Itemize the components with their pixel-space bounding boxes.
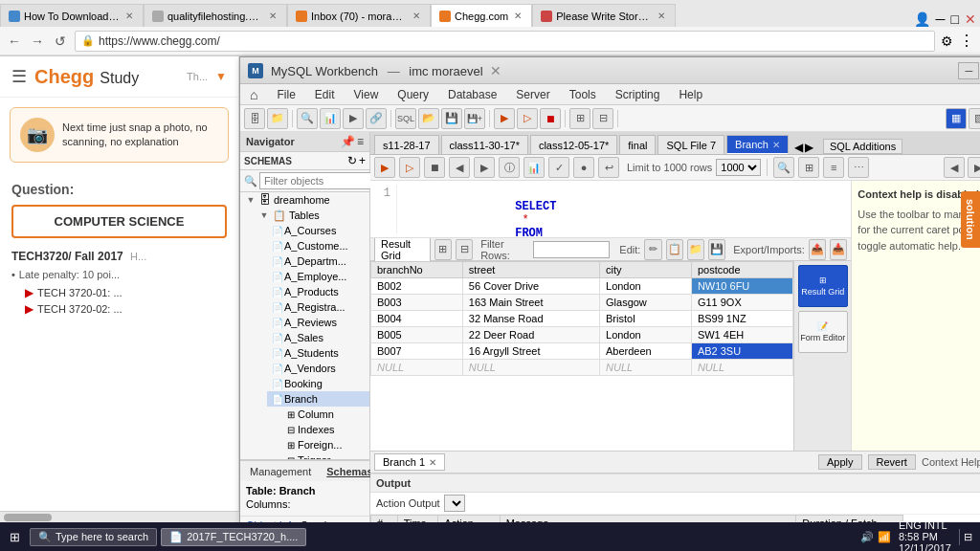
menu-scripting[interactable]: Scripting — [612, 87, 664, 102]
table-a-courses[interactable]: 📄 A_Courses — [267, 223, 369, 238]
menu-query[interactable]: Query — [393, 87, 433, 102]
search-btn[interactable]: 🔍 — [773, 157, 794, 178]
apply-btn[interactable]: Apply — [818, 454, 862, 470]
result-grid-tab[interactable]: Result Grid — [374, 238, 431, 264]
cell-postcode-1[interactable]: NW10 6FU — [691, 278, 792, 295]
menu-server[interactable]: Server — [512, 87, 553, 102]
menu-view[interactable]: View — [350, 87, 383, 102]
cell-street-3[interactable]: 32 Manse Road — [462, 311, 599, 327]
limit-select[interactable]: 1000 — [716, 159, 761, 176]
columns-node[interactable]: ⊞ Column — [280, 407, 369, 422]
table-a-vendors[interactable]: 📄 A_Vendors — [267, 361, 369, 376]
minimize-btn[interactable]: ─ — [936, 11, 946, 27]
forward-button[interactable]: → — [29, 33, 46, 50]
menu-help[interactable]: Help — [675, 87, 706, 102]
browser-tab-2[interactable]: qualityfilehosting.com ✕ — [144, 4, 287, 27]
cell-street-2[interactable]: 163 Main Street — [462, 295, 599, 311]
tab-close-1[interactable]: ✕ — [123, 11, 135, 21]
expand-icon[interactable]: ▼ — [244, 193, 257, 207]
revert-btn[interactable]: Revert — [868, 454, 916, 470]
triggers-node[interactable]: ⊟ Trigger... — [280, 452, 369, 459]
tables-expand-icon[interactable]: ▼ — [257, 209, 271, 222]
edit-btn-2[interactable]: 📋 — [666, 239, 683, 260]
table-a-departm[interactable]: 📄 A_Departm... — [267, 253, 369, 269]
table-a-students[interactable]: 📄 A_Students — [267, 345, 369, 361]
windows-start-btn[interactable]: ⊞ — [4, 528, 26, 546]
form-editor-btn[interactable]: 📝 Form Editor — [798, 311, 848, 353]
configure-icon[interactable]: ≡ — [357, 135, 364, 148]
edit-btn-1[interactable]: ✏ — [644, 239, 661, 260]
indexes-node[interactable]: ⊟ Indexes — [280, 422, 369, 437]
pin-icon[interactable]: 📌 — [341, 135, 355, 148]
table-row[interactable]: B005 22 Deer Road London SW1 4EH — [371, 327, 793, 343]
taskbar-search[interactable]: 🔍 Type here to search — [30, 528, 157, 546]
hamburger-icon[interactable]: ☰ — [11, 66, 27, 87]
close-tab-icon[interactable]: ✕ — [490, 63, 501, 78]
home-icon[interactable]: ⌂ — [246, 86, 261, 103]
browser-tab-3[interactable]: Inbox (70) - moraevel... ✕ — [287, 4, 431, 27]
new-connection-btn[interactable]: 🗄 — [244, 108, 265, 129]
table-a-products[interactable]: 📄 A_Products — [267, 284, 369, 299]
table-row[interactable]: B003 163 Main Street Glasgow G11 9OX — [371, 295, 793, 311]
execute-btn[interactable]: ▶ — [494, 108, 515, 129]
visual-explain-btn[interactable]: 📊 — [523, 157, 545, 178]
result-toggle-btn[interactable]: ⊞ — [434, 239, 452, 260]
more-btn[interactable]: ⋯ — [848, 157, 869, 178]
cell-street-null[interactable]: NULL — [462, 360, 599, 376]
toggle-output-btn[interactable]: ⊞ — [569, 108, 590, 129]
table-row[interactable]: B004 32 Manse Road Bristol BS99 1NZ — [371, 311, 793, 327]
explain-btn[interactable]: ⓘ — [499, 157, 520, 178]
address-input[interactable]: 🔒 https://www.chegg.com/ — [75, 31, 935, 52]
cell-street-4[interactable]: 22 Deer Road — [462, 327, 599, 343]
rollback-btn[interactable]: ↩ — [598, 157, 619, 178]
stop-exec-btn[interactable]: ⏹ — [424, 157, 445, 178]
schemas-tab[interactable]: Schemas — [323, 465, 376, 478]
jump-next-btn[interactable]: ▶ — [968, 157, 980, 178]
schema-inspector-btn[interactable]: 🔍 — [297, 108, 318, 129]
taskbar-active-item[interactable]: 📄 2017F_TECH3720_h.... — [161, 528, 306, 546]
exec-all-btn[interactable]: ▶ — [374, 157, 395, 178]
cell-street-1[interactable]: 56 Cover Drive — [462, 278, 599, 295]
cell-city-4[interactable]: London — [600, 327, 692, 343]
view-btn-2[interactable]: ▧ — [969, 108, 980, 129]
cell-branchno-5[interactable]: B007 — [371, 343, 463, 360]
find-replace-btn[interactable]: ⊞ — [798, 157, 819, 178]
auto-commit-btn[interactable]: ✓ — [548, 157, 569, 178]
tab-close-4[interactable]: ✕ — [512, 11, 523, 21]
menu-tools[interactable]: Tools — [566, 87, 600, 102]
cell-city-null[interactable]: NULL — [600, 360, 692, 376]
filter-rows-input[interactable] — [533, 241, 610, 258]
query-btn[interactable]: ▶ — [343, 108, 364, 129]
save-as-btn[interactable]: 💾+ — [464, 108, 485, 129]
cell-branchno-null[interactable]: NULL — [371, 360, 463, 376]
back-button[interactable]: ← — [6, 33, 23, 50]
cell-city-2[interactable]: Glasgow — [600, 295, 692, 311]
open-file-btn[interactable]: 📂 — [418, 108, 439, 129]
prev-tab-btn[interactable]: ◀ — [794, 141, 803, 154]
cell-branchno-4[interactable]: B005 — [371, 327, 463, 343]
browser-tab-5[interactable]: Please Write Stored Pro... ✕ — [532, 4, 676, 27]
cell-postcode-3[interactable]: BS99 1NZ — [691, 311, 792, 327]
bottom-tab-branch1[interactable]: Branch 1 ✕ — [374, 453, 445, 471]
cell-branchno-1[interactable]: B002 — [371, 278, 463, 295]
cell-postcode-5[interactable]: AB2 3SU — [691, 343, 792, 360]
next-exec-btn[interactable]: ▶ — [474, 157, 495, 178]
sql-tab-branch[interactable]: Branch ✕ — [726, 135, 789, 154]
stop-btn[interactable]: ⏹ — [540, 108, 561, 129]
sql-tab-class11[interactable]: class11-30-17* — [441, 135, 528, 154]
cell-postcode-4[interactable]: SW1 4EH — [691, 327, 792, 343]
refresh-schemas-icon[interactable]: ↻ — [347, 154, 357, 167]
browser-tab-1[interactable]: How To Download &... ✕ — [0, 4, 144, 27]
bottom-tab-close-btn[interactable]: ✕ — [429, 457, 436, 468]
jump-prev-btn[interactable]: ◀ — [944, 157, 965, 178]
view-btn-1[interactable]: ▦ — [946, 108, 967, 129]
execute-selection-btn[interactable]: ▷ — [517, 108, 538, 129]
sql-tab-final[interactable]: final — [619, 135, 656, 154]
table-row[interactable]: B002 56 Cover Drive London NW10 6FU — [371, 278, 793, 295]
action-output-select[interactable] — [444, 495, 465, 512]
refresh-button[interactable]: ↺ — [52, 33, 69, 50]
show-desktop-btn[interactable]: ⊟ — [959, 529, 976, 545]
management-tab[interactable]: Management — [246, 465, 315, 478]
solution-tab[interactable]: solution — [961, 191, 980, 248]
horizontal-scrollbar[interactable] — [0, 511, 239, 522]
